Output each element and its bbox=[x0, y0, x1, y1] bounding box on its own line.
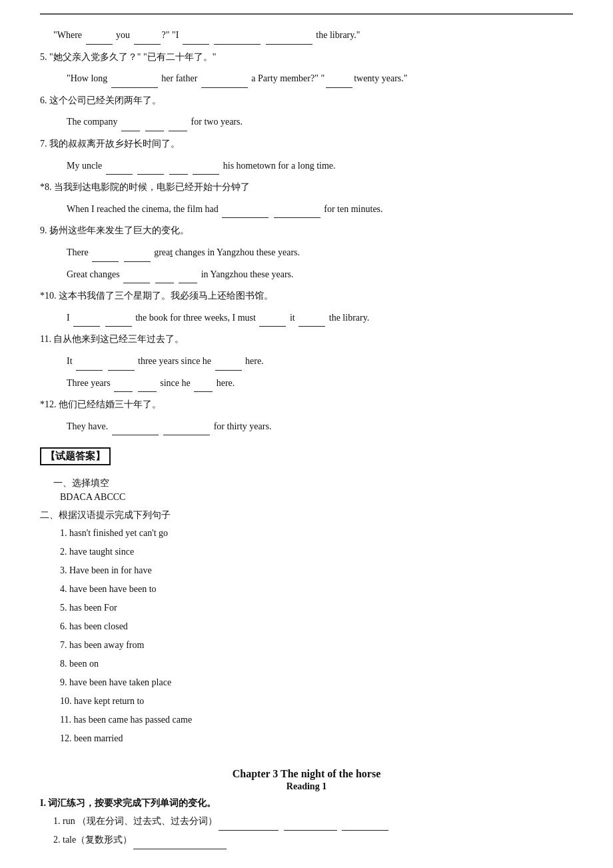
blank-11a bbox=[76, 360, 103, 371]
q11-cn: 自从他来到这已经三年过去了。 bbox=[53, 334, 184, 344]
question-11-en1: It three years since he here. bbox=[67, 353, 573, 371]
q12-num: *12. bbox=[40, 399, 57, 409]
blank-11b bbox=[108, 360, 135, 371]
question-11-en2: Three years since he here. bbox=[67, 375, 573, 393]
blank-11f bbox=[194, 381, 213, 392]
question-6-en: The company for two years. bbox=[67, 113, 573, 131]
q6-cn: 这个公司已经关闭两年了。 bbox=[49, 95, 161, 105]
question-5-en: "How long her father a Party member?" "t… bbox=[67, 70, 573, 88]
blank-11d bbox=[114, 381, 133, 392]
q9-num: 9. bbox=[40, 225, 47, 235]
question-10: *10. 这本书我借了三个星期了。我必须马上还给图书馆。 bbox=[40, 287, 573, 305]
q12-cn: 他们已经结婚三十年了。 bbox=[59, 399, 161, 409]
blank-w3 bbox=[183, 34, 209, 45]
blank-9c bbox=[123, 273, 150, 283]
blank-9b bbox=[124, 251, 151, 262]
question-9: 9. 扬州这些年来发生了巨大的变化。 bbox=[40, 222, 573, 240]
chapter-section: Chapter 3 The night of the horse Reading… bbox=[40, 768, 573, 849]
blank-tale bbox=[133, 839, 227, 849]
answer-item-4: 4. have been have been to bbox=[60, 580, 573, 599]
blank-8a bbox=[222, 207, 269, 218]
question-8-en: When I reached the cinema, the film had … bbox=[67, 201, 573, 219]
answer-item-12: 12. been married bbox=[60, 729, 573, 748]
answer-item-10: 10. have kept return to bbox=[60, 692, 573, 711]
top-border bbox=[40, 13, 573, 15]
blank-run1 bbox=[219, 820, 279, 831]
blank-w5 bbox=[266, 34, 312, 45]
blank-10b bbox=[105, 316, 132, 327]
blank-6b bbox=[145, 121, 164, 131]
answer-title-box: 【试题答案】 bbox=[40, 447, 573, 471]
answer-item-6: 6. has been closed bbox=[60, 617, 573, 636]
blank-w2 bbox=[134, 34, 161, 45]
blank-run3 bbox=[342, 820, 388, 831]
question-9-en1: There great changes in Yangzhou these ye… bbox=[67, 244, 573, 262]
part2-label: 二、根据汉语提示完成下列句子 bbox=[40, 509, 573, 521]
exercise1-label: I. 词汇练习，按要求完成下列单词的变化。 bbox=[40, 797, 573, 809]
blank-5c bbox=[326, 77, 352, 88]
question-7: 7. 我的叔叔离开故乡好长时间了。 bbox=[40, 135, 573, 153]
question-where-text: "Where you ?" "I the library." bbox=[53, 30, 360, 40]
blank-w1 bbox=[86, 34, 113, 45]
chapter-title: Chapter 3 The night of the horse bbox=[40, 768, 573, 780]
q9-cn: 扬州这些年来发生了巨大的变化。 bbox=[49, 225, 189, 235]
question-where: "Where you ?" "I the library." bbox=[53, 27, 573, 45]
question-6: 6. 这个公司已经关闭两年了。 bbox=[40, 92, 573, 110]
blank-7d bbox=[193, 164, 219, 175]
blank-10d bbox=[299, 316, 325, 327]
blank-11e bbox=[138, 381, 157, 392]
question-12-en: They have. for thirty years. bbox=[67, 418, 573, 436]
part1-label: 一、选择填空 bbox=[53, 477, 573, 489]
blank-12b bbox=[163, 425, 210, 435]
part2-answers: 1. hasn't finished yet can't go 2. have … bbox=[47, 524, 573, 748]
chapter-subtitle: Reading 1 bbox=[40, 781, 573, 792]
question-9-en2: Great changes in Yangzhou these years. bbox=[67, 266, 573, 284]
blank-9e bbox=[179, 273, 197, 283]
part1-answers: BDACA ABCCC bbox=[60, 492, 573, 503]
blank-6c bbox=[169, 121, 187, 131]
q10-cn: 这本书我借了三个星期了。我必须马上还给图书馆。 bbox=[59, 291, 273, 301]
question-7-en: My uncle his hometown for a long time. bbox=[67, 157, 573, 175]
answer-item-8: 8. been on bbox=[60, 655, 573, 673]
blank-6a bbox=[121, 121, 140, 131]
q11-num: 11. bbox=[40, 334, 51, 344]
blank-9a bbox=[92, 251, 119, 262]
question-5: 5. "她父亲入党多久了？" "已有二十年了。" bbox=[40, 49, 573, 67]
q7-num: 7. bbox=[40, 139, 47, 149]
exercise1-item1: 1. run （现在分词、过去式、过去分词） bbox=[53, 812, 573, 831]
blank-7c bbox=[169, 164, 188, 175]
answer-item-7: 7. has been away from bbox=[60, 636, 573, 655]
answer-section: 【试题答案】 一、选择填空 BDACA ABCCC 二、根据汉语提示完成下列句子… bbox=[40, 447, 573, 748]
q7-cn: 我的叔叔离开故乡好长时间了。 bbox=[49, 139, 180, 149]
blank-7a bbox=[106, 164, 133, 175]
q10-num: *10. bbox=[40, 291, 57, 301]
blank-7b bbox=[137, 164, 164, 175]
question-8: *8. 当我到达电影院的时候，电影已经开始十分钟了 bbox=[40, 179, 573, 197]
answer-item-11: 11. has been came has passed came bbox=[60, 711, 573, 729]
q5-num: 5. bbox=[40, 52, 47, 62]
answer-item-3: 3. Have been in for have bbox=[60, 561, 573, 580]
blank-run2 bbox=[284, 820, 337, 831]
blank-10a bbox=[73, 316, 100, 327]
q8-num: *8. bbox=[40, 182, 52, 192]
blank-8b bbox=[274, 207, 320, 218]
question-11: 11. 自从他来到这已经三年过去了。 bbox=[40, 331, 573, 349]
answer-item-1: 1. hasn't finished yet can't go bbox=[60, 524, 573, 543]
answer-item-5: 5. has been For bbox=[60, 599, 573, 617]
blank-w4 bbox=[214, 34, 261, 45]
question-12: *12. 他们已经结婚三十年了。 bbox=[40, 396, 573, 414]
blank-5a bbox=[111, 77, 158, 88]
blank-10c bbox=[259, 316, 286, 327]
blank-5b bbox=[201, 77, 248, 88]
question-10-en: I the book for three weeks, I must it th… bbox=[67, 309, 573, 327]
blank-9d bbox=[155, 273, 174, 283]
exercise1-item2: 2. tale（复数形式） bbox=[53, 831, 573, 849]
answer-item-2: 2. have taught since bbox=[60, 543, 573, 561]
answer-item-9: 9. have been have taken place bbox=[60, 673, 573, 692]
answer-title: 【试题答案】 bbox=[40, 447, 111, 465]
blank-11c bbox=[215, 360, 242, 371]
q5-cn: "她父亲入党多久了？" "已有二十年了。" bbox=[49, 52, 216, 62]
q8-cn: 当我到达电影院的时候，电影已经开始十分钟了 bbox=[54, 182, 250, 192]
q6-num: 6. bbox=[40, 95, 47, 105]
blank-12a bbox=[112, 425, 159, 435]
